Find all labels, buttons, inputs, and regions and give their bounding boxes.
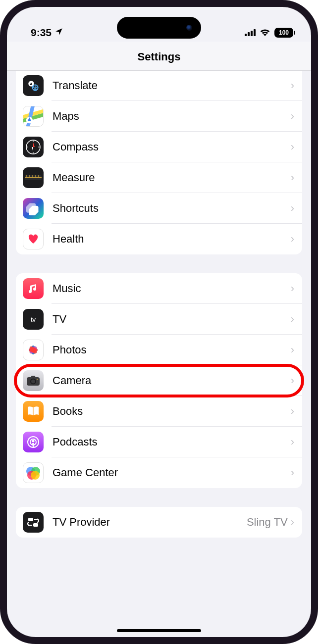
music-icon — [23, 278, 44, 299]
row-label: Photos — [53, 344, 291, 356]
translate-icon: A — [23, 75, 44, 96]
row-label: Game Center — [53, 466, 291, 479]
row-music[interactable]: Music › — [16, 273, 302, 304]
row-health[interactable]: Health › — [16, 224, 302, 254]
row-tvprovider[interactable]: TV Provider Sling TV › — [16, 507, 302, 538]
row-label: Books — [53, 405, 291, 418]
svg-point-31 — [31, 380, 35, 384]
svg-rect-0 — [245, 34, 247, 36]
row-label: Translate — [53, 79, 291, 92]
chevron-right-icon: › — [291, 405, 294, 418]
cellular-icon — [245, 27, 256, 39]
row-label: Maps — [53, 110, 291, 123]
row-gamecenter[interactable]: Game Center › — [16, 457, 302, 488]
tvprovider-icon — [23, 512, 44, 533]
chevron-right-icon: › — [291, 313, 294, 326]
svg-point-36 — [32, 440, 35, 443]
svg-point-40 — [31, 471, 40, 480]
settings-list[interactable]: A Translate › Maps › Compass — [7, 71, 311, 637]
row-label: Camera — [53, 374, 291, 387]
row-label: Measure — [53, 171, 291, 184]
dynamic-island — [117, 17, 201, 39]
shortcuts-icon — [23, 198, 44, 219]
chevron-right-icon: › — [291, 436, 294, 448]
row-label: TV Provider — [53, 516, 247, 529]
row-label: Health — [53, 233, 291, 246]
row-camera[interactable]: Camera › — [16, 365, 302, 396]
tv-icon: tv — [23, 309, 44, 330]
books-icon — [23, 401, 44, 422]
row-detail: Sling TV — [247, 516, 288, 529]
settings-group: TV Provider Sling TV › — [16, 507, 302, 538]
chevron-right-icon: › — [291, 171, 294, 184]
svg-rect-42 — [33, 523, 38, 527]
home-indicator[interactable] — [117, 629, 201, 632]
chevron-right-icon: › — [291, 141, 294, 153]
svg-rect-1 — [248, 32, 250, 36]
svg-point-32 — [37, 379, 38, 380]
row-podcasts[interactable]: Podcasts › — [16, 427, 302, 457]
row-measure[interactable]: Measure › — [16, 162, 302, 193]
svg-rect-3 — [254, 29, 256, 36]
chevron-right-icon: › — [291, 110, 294, 123]
podcasts-icon — [23, 432, 44, 452]
measure-icon — [23, 167, 44, 188]
compass-icon — [23, 137, 44, 157]
location-icon — [54, 27, 63, 39]
row-photos[interactable]: Photos › — [16, 335, 302, 365]
row-maps[interactable]: Maps › — [16, 101, 302, 132]
wifi-icon — [260, 27, 270, 39]
status-time: 9:35 — [31, 27, 52, 39]
svg-point-44 — [28, 525, 30, 526]
camera-icon — [23, 370, 44, 391]
screen: 9:35 — [7, 7, 311, 637]
row-label: Music — [53, 282, 291, 295]
row-translate[interactable]: A Translate › — [16, 71, 302, 101]
phone-frame: 9:35 — [0, 0, 318, 644]
row-books[interactable]: Books › — [16, 396, 302, 427]
row-compass[interactable]: Compass › — [16, 132, 302, 162]
gamecenter-icon — [23, 462, 44, 483]
row-label: Compass — [53, 141, 291, 153]
page-title: Settings — [7, 42, 311, 71]
chevron-right-icon: › — [291, 466, 294, 479]
maps-icon — [23, 106, 44, 127]
chevron-right-icon: › — [291, 233, 294, 246]
svg-point-43 — [37, 519, 39, 520]
settings-group: A Translate › Maps › Compass — [16, 71, 302, 254]
row-label: Podcasts — [53, 436, 291, 448]
settings-group: Music › tv TV › — [16, 273, 302, 488]
row-label: TV — [53, 313, 291, 326]
row-tv[interactable]: tv TV › — [16, 304, 302, 335]
row-shortcuts[interactable]: Shortcuts › — [16, 193, 302, 224]
health-icon — [23, 229, 44, 249]
chevron-right-icon: › — [291, 344, 294, 356]
chevron-right-icon: › — [291, 516, 294, 529]
photos-icon — [23, 340, 44, 360]
chevron-right-icon: › — [291, 282, 294, 295]
svg-text:A: A — [30, 82, 33, 86]
chevron-right-icon: › — [291, 202, 294, 215]
battery-level: 100 — [279, 29, 289, 36]
chevron-right-icon: › — [291, 374, 294, 387]
svg-rect-41 — [28, 518, 33, 521]
svg-rect-2 — [251, 31, 253, 36]
row-label: Shortcuts — [53, 202, 291, 215]
chevron-right-icon: › — [291, 79, 294, 92]
battery-icon: 100 — [274, 28, 293, 38]
